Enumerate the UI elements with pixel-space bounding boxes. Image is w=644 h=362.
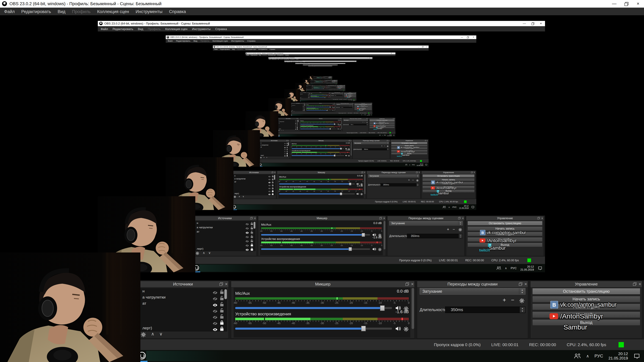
language-indicator: РУС <box>351 100 352 101</box>
lock-icon[interactable] <box>220 319 224 324</box>
display-capture-recursion: OBS 23.0.2 (64-bit, windows) - Профиль: … <box>284 61 356 101</box>
action-center-icon[interactable] <box>633 353 640 359</box>
minimize-button[interactable]: — <box>608 0 620 7</box>
source-row[interactable] <box>139 313 227 319</box>
channel-db-value: -1.6 dB <box>345 149 350 151</box>
mixer-scrollbar[interactable] <box>412 288 414 329</box>
hidden-icons-chevron: ∧ <box>382 135 382 136</box>
select-arrows-icon: ▲▼ <box>352 104 353 105</box>
db-scale: -60-55-50-45-40-35-30-25-20-15-10-50 <box>300 122 341 123</box>
unlock-icon[interactable] <box>220 307 224 312</box>
taskbar-clock[interactable]: 20:12 21.05.2019 <box>608 352 628 361</box>
unlock-icon[interactable] <box>220 313 224 318</box>
panel-close-icon[interactable]: × <box>524 281 527 287</box>
transitions-toolbar: + − <box>353 145 389 147</box>
menu-item-3[interactable]: Вид <box>54 8 69 15</box>
source-row[interactable] <box>139 319 227 325</box>
language-indicator[interactable]: РУС <box>594 354 603 359</box>
panel-float-icon[interactable] <box>633 282 636 286</box>
transition-select[interactable]: Затухание ▲▼ <box>420 288 526 295</box>
source-row <box>259 148 289 150</box>
panel-float-icon[interactable] <box>519 282 522 286</box>
sources-list: на чатрулеткиатлерт) <box>232 174 275 195</box>
duration-value: 350ms <box>446 307 463 312</box>
mixer-channel: Mic/Aux 0.0 dB -60-55-50-45-40-35-30-25-… <box>235 289 409 311</box>
panel-float-icon[interactable] <box>406 282 409 286</box>
panel-close-icon: × <box>383 216 385 220</box>
eye-slash-icon[interactable] <box>212 289 218 293</box>
transition-select: Затухание ▲▼ <box>389 221 462 225</box>
move-down-icon[interactable]: ∨ <box>159 332 162 336</box>
volume-slider[interactable] <box>235 307 392 309</box>
eye-slash-icon[interactable] <box>212 320 218 324</box>
transitions-panel: Переходы между сценами × Затухание ▲▼ + … <box>387 216 464 256</box>
remove-transition-button[interactable]: − <box>511 297 514 303</box>
control-button: Остановить трансляцию <box>467 221 542 225</box>
add-transition-button[interactable]: + <box>503 297 506 303</box>
captured-screen: OBS 23.0.2 (64-bit, windows) - Профиль: … <box>246 53 396 137</box>
panel-close-icon[interactable]: × <box>638 281 641 287</box>
control-button[interactable]: Режим студии <box>532 304 640 310</box>
unlock-icon[interactable] <box>220 289 224 293</box>
transitions-panel: Переходы между сценами × Затухание ▲▼ + … <box>325 80 331 83</box>
restore-button[interactable] <box>620 0 632 7</box>
source-row[interactable]: лерт) <box>139 325 227 331</box>
spinner-arrows-icon[interactable]: ▲▼ <box>520 307 525 313</box>
close-button[interactable]: × <box>632 0 644 7</box>
people-icon[interactable] <box>574 353 581 359</box>
lock-icon[interactable] <box>220 325 224 330</box>
restore-button <box>420 45 424 48</box>
controls-panel-title: Управление <box>379 118 384 119</box>
volume-slider[interactable] <box>235 328 392 330</box>
add-transition-button: + <box>447 227 449 231</box>
sources-list: на чатрулеткиатлерт) <box>139 288 227 332</box>
source-row[interactable]: ат <box>139 300 227 306</box>
controls-panel: Управление × Остановить трансляциюНачать… <box>390 139 428 159</box>
unlock-icon[interactable] <box>220 301 224 306</box>
slider-handle[interactable] <box>361 326 366 331</box>
active-app-underline <box>306 91 306 91</box>
obs-logo-icon <box>268 58 269 58</box>
source-row[interactable] <box>139 307 227 313</box>
unlock-icon[interactable] <box>220 295 224 300</box>
controls-panel: Управление × Остановить трансляциюНачать… <box>354 103 372 112</box>
duration-input[interactable]: 350ms ▲▼ <box>445 307 526 313</box>
menu-item-5[interactable]: Коллекция сцен <box>94 8 132 15</box>
control-button[interactable]: Остановить трансляцию <box>532 288 640 295</box>
language-indicator: РУС <box>452 206 456 208</box>
hidden-icons-chevron[interactable]: ∧ <box>586 354 589 359</box>
move-up-icon[interactable]: ∧ <box>151 332 154 336</box>
select-arrows-icon: ▲▼ <box>342 93 343 94</box>
volume-slider <box>261 248 370 250</box>
menu-item-1[interactable]: Файл <box>1 8 18 15</box>
source-row[interactable]: а чатрулетки <box>139 294 227 300</box>
panel-close-icon[interactable]: × <box>225 281 228 287</box>
control-button[interactable]: Выход <box>532 319 640 326</box>
menu-item-4[interactable]: Профиль <box>69 8 94 15</box>
control-button[interactable]: Начать запись <box>532 296 640 303</box>
speaker-icon[interactable] <box>395 326 401 331</box>
source-row[interactable]: н <box>139 288 227 294</box>
panel-float-icon <box>342 92 342 93</box>
eye-icon[interactable] <box>212 301 218 305</box>
eye-slash-icon[interactable] <box>212 295 218 299</box>
eye-icon[interactable] <box>212 326 218 330</box>
sources-scrollbar[interactable] <box>224 289 227 299</box>
transitions-panel: Переходы между сценами × Затухание ▲▼ + … <box>342 118 368 131</box>
active-app-underline <box>140 361 148 362</box>
menu-item-7[interactable]: Справка <box>166 8 189 15</box>
menu-item-2[interactable]: Редактировать <box>18 8 54 15</box>
gear-icon[interactable] <box>519 298 524 303</box>
control-button[interactable]: Настройки <box>532 311 640 318</box>
eye-slash-icon[interactable] <box>212 314 218 318</box>
eye-slash-icon[interactable] <box>212 307 218 311</box>
gear-icon[interactable] <box>141 331 146 337</box>
menu-item-1: Файл <box>166 39 174 43</box>
duration-value: 350ms <box>340 107 343 108</box>
gear-icon <box>324 82 325 83</box>
panel-close-icon[interactable]: × <box>411 281 414 287</box>
panel-float-icon[interactable] <box>220 282 223 286</box>
slider-handle <box>326 110 327 111</box>
gear-icon[interactable] <box>404 326 409 331</box>
menu-item-6[interactable]: Инструменты <box>132 8 166 15</box>
